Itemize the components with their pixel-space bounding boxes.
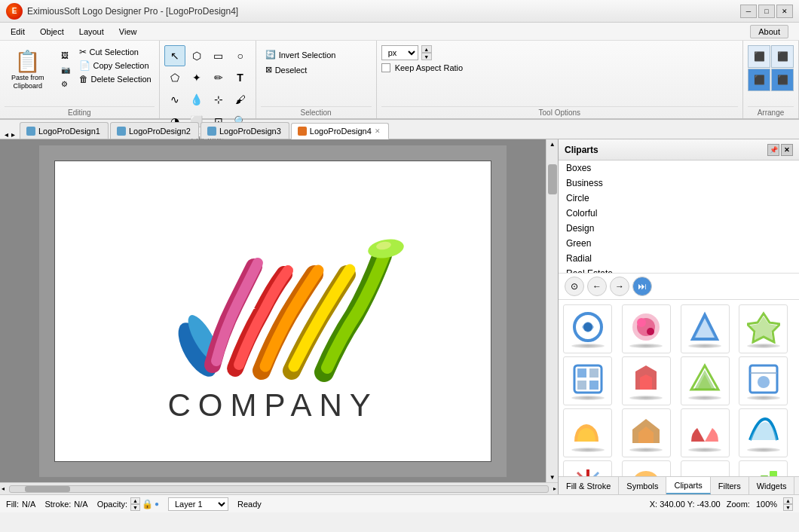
tab-fill-stroke[interactable]: Fill & Stroke (559, 477, 619, 494)
category-realestate[interactable]: Real Estate (559, 266, 799, 274)
clipart-item-13[interactable] (563, 460, 612, 476)
canvas-page[interactable]: COMPANY (54, 161, 491, 462)
clipart-item-4[interactable] (739, 304, 788, 353)
category-design[interactable]: Design (559, 221, 799, 236)
panel-close-button[interactable]: ✕ (781, 144, 793, 156)
vscroll-down[interactable]: ▼ (548, 472, 557, 482)
category-colorful[interactable]: Colorful (559, 206, 799, 221)
clipart-item-10[interactable] (622, 408, 671, 457)
tab-design3[interactable]: LogoProDesign3 (201, 122, 289, 139)
tab-design4[interactable]: LogoProDesign4 ✕ (291, 123, 389, 139)
nav-prev[interactable]: ← (587, 277, 607, 296)
category-green[interactable]: Green (559, 236, 799, 251)
layer-dropdown[interactable]: Layer 1 (168, 497, 228, 511)
aspect-checkbox[interactable] (381, 63, 390, 72)
clipart-item-5[interactable] (563, 356, 612, 405)
clipart-item-2[interactable] (622, 304, 671, 353)
tool-star[interactable]: ✦ (186, 67, 207, 88)
align-br[interactable]: ⬛ (771, 69, 794, 91)
copy-selection-button[interactable]: 📄 Copy Selection (76, 59, 155, 72)
tab4-close[interactable]: ✕ (375, 127, 381, 135)
tool-rect[interactable]: ▭ (208, 45, 229, 66)
nav-next[interactable]: → (610, 277, 629, 296)
tab4-icon (298, 127, 307, 136)
tool-node[interactable]: ⊹ (208, 89, 229, 110)
opacity-up[interactable]: ▲ (130, 497, 140, 504)
tab-symbols[interactable]: Symbols (619, 477, 666, 494)
clipart-item-6[interactable] (622, 356, 671, 405)
panel-pin-button[interactable]: 📌 (767, 144, 779, 156)
close-button[interactable]: ✕ (776, 5, 793, 18)
tab3-label: LogoProDesign3 (219, 127, 281, 136)
tool-eyedrop[interactable]: 💧 (186, 89, 207, 110)
hscroll-left[interactable]: ◂ (0, 484, 6, 494)
clipart-item-1[interactable] (563, 304, 612, 353)
tool-text[interactable]: T (230, 67, 251, 88)
clipart-item-16[interactable] (739, 460, 788, 476)
invert-selection-button[interactable]: 🔄 Invert Selection (261, 48, 341, 61)
menu-edit[interactable]: Edit (3, 24, 32, 39)
clipart-item-12[interactable] (739, 408, 788, 457)
opacity-down[interactable]: ▼ (130, 504, 140, 511)
tool-select[interactable]: ↖ (164, 45, 185, 66)
tool-paint[interactable]: 🖌 (230, 89, 251, 110)
clipart-item-3[interactable] (681, 304, 730, 353)
align-tr[interactable]: ⬛ (771, 45, 794, 68)
align-bl[interactable]: ⬛ (748, 69, 770, 91)
tool-curve[interactable]: ∿ (164, 89, 185, 110)
status-ready: Ready (237, 500, 262, 509)
tab-cliparts[interactable]: Cliparts (666, 477, 710, 494)
category-circle[interactable]: Circle (559, 191, 799, 206)
tab-design2[interactable]: LogoProDesign2 (110, 122, 199, 139)
cut-selection-button[interactable]: ✂ Cut Selection (76, 45, 155, 59)
nav-last[interactable]: ⏭ (632, 277, 652, 296)
menu-object[interactable]: Object (32, 24, 72, 39)
zoom-up[interactable]: ▲ (783, 497, 793, 504)
menu-layout[interactable]: Layout (72, 24, 112, 39)
main-area: COMPANY ▲ ▼ ◂ ▸ Cliparts (0, 139, 799, 494)
delete-selection-button[interactable]: 🗑 Delete Selection (76, 72, 155, 86)
tab-next[interactable]: ▸ (10, 130, 17, 139)
canvas-scroll[interactable]: COMPANY (0, 139, 546, 482)
tab-prev[interactable]: ◂ (3, 130, 10, 139)
nav-first[interactable]: ⊙ (565, 277, 584, 296)
deselect-button[interactable]: ⊠ Deselect (261, 63, 341, 76)
clipart-item-11[interactable] (681, 408, 730, 457)
window-controls[interactable]: ─ □ ✕ (740, 5, 793, 18)
category-business[interactable]: Business (559, 176, 799, 191)
tool-lasso[interactable]: ⬡ (186, 45, 207, 66)
vscroll-thumb[interactable] (548, 164, 557, 194)
maximize-button[interactable]: □ (758, 5, 775, 18)
format-btn-2[interactable]: 📷 (57, 63, 74, 76)
h-scrollbar[interactable]: ◂ ▸ (0, 482, 558, 494)
tool-poly[interactable]: ⬠ (164, 67, 185, 88)
paste-button[interactable]: 📋 Paste fromClipboard (5, 45, 51, 94)
tool-pencil[interactable]: ✏ (208, 67, 229, 88)
clipart-item-14[interactable] (622, 460, 671, 476)
menu-view[interactable]: View (112, 24, 145, 39)
tab-design1[interactable]: LogoProDesign1 (20, 122, 109, 139)
clipart-item-7[interactable] (681, 356, 730, 405)
unit-up[interactable]: ▲ (421, 45, 432, 53)
format-btn-1[interactable]: 🖼 (57, 49, 74, 62)
vscroll-up[interactable]: ▲ (548, 139, 557, 149)
align-tl[interactable]: ⬛ (748, 45, 770, 68)
clipart-item-8[interactable] (739, 356, 788, 405)
unit-dropdown[interactable]: px mm cm in (381, 45, 418, 60)
hscroll-right[interactable]: ▸ (552, 484, 558, 494)
category-boxes[interactable]: Boxes (559, 161, 799, 176)
category-radial[interactable]: Radial (559, 251, 799, 266)
v-scrollbar[interactable]: ▲ ▼ (546, 139, 558, 482)
minimize-button[interactable]: ─ (740, 5, 757, 18)
zoom-down[interactable]: ▼ (783, 504, 793, 511)
tab-widgets[interactable]: Widgets (749, 477, 795, 494)
hscroll-track[interactable] (9, 485, 549, 493)
clipart-item-15[interactable] (681, 460, 730, 476)
hscroll-thumb[interactable] (25, 486, 70, 492)
unit-down[interactable]: ▼ (421, 53, 432, 60)
tab-filters[interactable]: Filters (711, 477, 749, 494)
clipart-item-9[interactable] (563, 408, 612, 457)
about-button[interactable]: About (750, 25, 788, 38)
format-btn-3[interactable]: ⚙ (57, 78, 74, 90)
tool-ellipse[interactable]: ○ (230, 45, 251, 66)
